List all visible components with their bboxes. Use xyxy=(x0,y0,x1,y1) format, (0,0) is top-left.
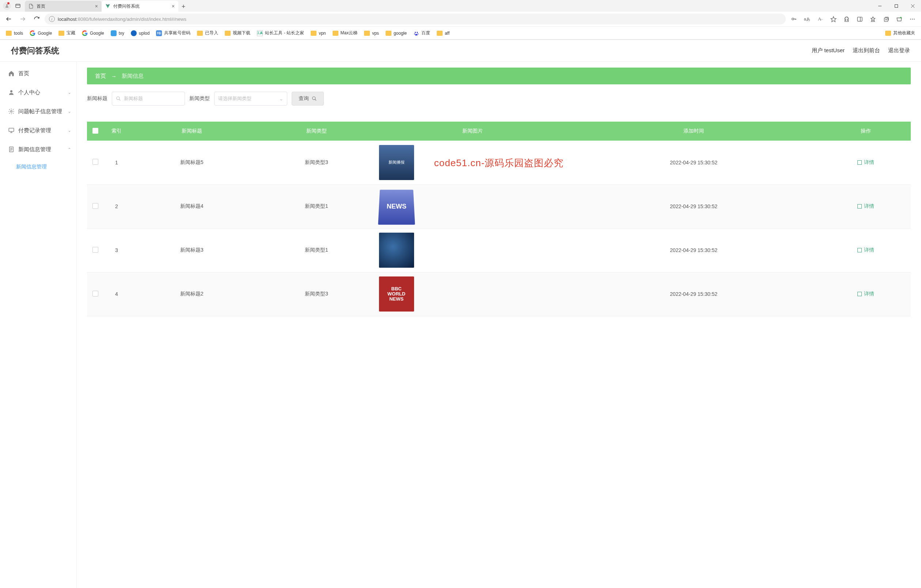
cell-type: 新闻类型1 xyxy=(254,228,379,272)
shopping-icon[interactable] xyxy=(893,13,905,25)
svg-point-24 xyxy=(914,19,914,19)
address-bar[interactable]: i localhost:8080/fufeiwendaxitong/admin/… xyxy=(45,13,786,24)
table-header: 操作 xyxy=(821,122,911,141)
row-checkbox[interactable] xyxy=(93,247,98,253)
extensions-icon[interactable] xyxy=(841,13,852,25)
to-front-link[interactable]: 退出到前台 xyxy=(853,47,880,54)
sidebar-item-profile[interactable]: 个人中心 ⌄ xyxy=(0,83,76,102)
sidebar-item-posts[interactable]: 问题帖子信息管理 ⌄ xyxy=(0,102,76,121)
svg-rect-27 xyxy=(9,128,14,132)
refresh-button[interactable] xyxy=(31,13,42,25)
table-row: 4新闻标题2新闻类型3BBCWORLDNEWS2022-04-29 15:30:… xyxy=(87,272,911,316)
title-input[interactable]: 新闻标题 xyxy=(112,92,185,106)
close-window-button[interactable] xyxy=(905,0,921,12)
bookmark-item[interactable]: uplod xyxy=(129,29,152,37)
app-title: 付费问答系统 xyxy=(11,45,59,56)
detail-button[interactable]: 详情 xyxy=(858,159,874,166)
browser-tab[interactable]: 付费问答系统 × xyxy=(102,1,178,12)
news-thumbnail xyxy=(379,233,414,268)
cell-index: 4 xyxy=(104,272,129,316)
detail-button[interactable]: 详情 xyxy=(858,291,874,297)
bookmark-item[interactable]: Google xyxy=(80,29,106,37)
sidebar-item-home[interactable]: 首页 xyxy=(0,64,76,83)
close-icon[interactable]: × xyxy=(172,3,175,9)
tab-actions-icon[interactable] xyxy=(14,2,22,10)
svg-rect-4 xyxy=(895,4,898,7)
bookmark-overflow[interactable]: 其他收藏夹 xyxy=(883,29,917,37)
favorite-icon[interactable] xyxy=(827,13,839,25)
svg-rect-14 xyxy=(858,17,862,21)
detail-button[interactable]: 详情 xyxy=(858,247,874,253)
search-icon xyxy=(116,96,121,101)
submenu-news-info[interactable]: 新闻信息管理 xyxy=(0,159,76,175)
logout-link[interactable]: 退出登录 xyxy=(888,47,910,54)
document-icon xyxy=(8,146,15,153)
forward-button xyxy=(17,13,29,25)
bookmark-item[interactable]: f①共享账号密码 xyxy=(154,29,193,37)
sidebar-item-news[interactable]: 新闻信息管理 ⌄ xyxy=(0,140,76,159)
row-checkbox[interactable] xyxy=(93,159,98,165)
bookmark-item[interactable]: 宝藏 xyxy=(56,29,78,37)
cell-title: 新闻标题4 xyxy=(129,184,254,228)
tab-title: 付费问答系统 xyxy=(113,3,169,10)
new-tab-button[interactable]: + xyxy=(178,2,189,12)
more-icon[interactable] xyxy=(906,13,918,25)
svg-marker-16 xyxy=(871,17,875,21)
bookmark-item[interactable]: vps xyxy=(362,29,381,37)
cell-index: 1 xyxy=(104,141,129,184)
tab-title: 首页 xyxy=(37,3,92,10)
svg-point-9 xyxy=(792,18,794,20)
collections-icon[interactable] xyxy=(880,13,892,25)
checkbox-all[interactable] xyxy=(93,128,98,134)
search-icon xyxy=(312,96,317,101)
detail-icon xyxy=(858,204,862,208)
bookmark-item[interactable]: aff xyxy=(434,29,452,37)
svg-point-22 xyxy=(910,19,911,19)
detail-button[interactable]: 详情 xyxy=(858,203,874,210)
favorites-bar-icon[interactable] xyxy=(867,13,879,25)
bookmark-item[interactable]: 工具站长工具 - 站长之家 xyxy=(255,29,306,37)
row-checkbox[interactable] xyxy=(93,291,98,297)
user-label[interactable]: 用户 testUser xyxy=(812,47,845,54)
bookmark-item[interactable]: 百度 xyxy=(411,29,432,37)
cell-title: 新闻标题2 xyxy=(129,272,254,316)
bookmark-item[interactable]: tools xyxy=(4,29,25,37)
svg-marker-13 xyxy=(831,16,836,21)
site-info-icon[interactable]: i xyxy=(49,16,55,22)
svg-line-37 xyxy=(315,99,317,101)
bookmark-item[interactable]: txy xyxy=(109,29,127,37)
breadcrumb-home[interactable]: 首页 xyxy=(95,73,106,80)
bookmark-item[interactable]: vpn xyxy=(308,29,328,37)
bookmark-item[interactable]: Max云梯 xyxy=(330,29,360,37)
filter-title-label: 新闻标题 xyxy=(87,95,107,102)
bookmark-item[interactable]: Google xyxy=(28,29,54,37)
back-button[interactable] xyxy=(3,13,15,25)
text-size-icon[interactable]: A› xyxy=(814,13,826,25)
reader-icon[interactable]: aあ xyxy=(801,13,813,25)
news-table: 索引新闻标题新闻类型新闻图片添加时间操作 1新闻标题5新闻类型3新闻播报2022… xyxy=(87,122,911,316)
password-icon[interactable] xyxy=(788,13,800,25)
cell-type: 新闻类型3 xyxy=(254,141,379,184)
profile-icon[interactable] xyxy=(3,2,11,10)
detail-icon xyxy=(858,160,862,165)
minimize-button[interactable] xyxy=(872,0,888,12)
bookmark-item[interactable]: google xyxy=(383,29,409,37)
cell-title: 新闻标题5 xyxy=(129,141,254,184)
search-button[interactable]: 查询 xyxy=(292,92,324,106)
cell-time: 2022-04-29 15:30:52 xyxy=(566,228,821,272)
bookmark-item[interactable]: 视频下载 xyxy=(223,29,252,37)
row-checkbox[interactable] xyxy=(93,203,98,209)
browser-tab[interactable]: 首页 × xyxy=(25,1,102,12)
type-select[interactable]: 请选择新闻类型 ⌄ xyxy=(214,92,287,106)
filter-type-label: 新闻类型 xyxy=(189,95,210,102)
maximize-button[interactable] xyxy=(888,0,905,12)
detail-icon xyxy=(858,292,862,296)
table-header: 添加时间 xyxy=(566,122,821,141)
sidebar-toggle-icon[interactable] xyxy=(854,13,866,25)
user-icon xyxy=(8,89,15,96)
table-header: 新闻类型 xyxy=(254,122,379,141)
bookmark-item[interactable]: 已导入 xyxy=(195,29,220,37)
sidebar-item-payments[interactable]: 付费记录管理 ⌄ xyxy=(0,121,76,140)
cell-index: 2 xyxy=(104,184,129,228)
close-icon[interactable]: × xyxy=(95,3,98,9)
